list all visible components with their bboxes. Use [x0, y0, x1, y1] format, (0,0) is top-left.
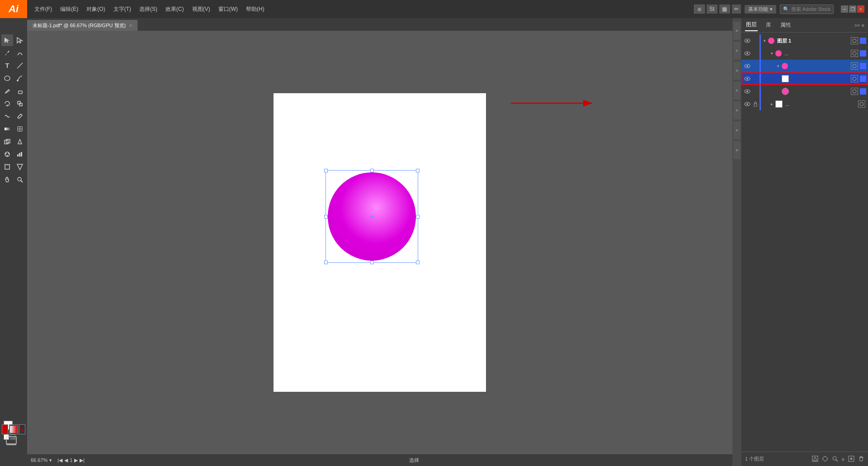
- panel-menu-button[interactable]: ≡: [842, 456, 844, 462]
- selection-tool[interactable]: [1, 34, 13, 46]
- document-tab[interactable]: 未标题-1.pdf* @ 66.67% (RGB/GPU 预览) ×: [27, 20, 138, 31]
- layer-row-group2[interactable]: ▸ ...: [741, 98, 868, 110]
- page-next[interactable]: ▶: [74, 457, 78, 463]
- new-layer-button[interactable]: [848, 456, 854, 463]
- paintbrush-tool[interactable]: [14, 72, 26, 84]
- make-release-button[interactable]: [812, 456, 818, 463]
- layer-target-5[interactable]: [851, 88, 858, 95]
- panel-toggle-1[interactable]: ≡: [733, 22, 741, 40]
- search-layer-button[interactable]: [832, 456, 838, 463]
- graph-tool[interactable]: [14, 148, 26, 160]
- layer-target-4[interactable]: [851, 75, 858, 82]
- tab-library[interactable]: 库: [765, 19, 772, 31]
- menu-text[interactable]: 文字(T): [110, 4, 135, 15]
- layer-target-1[interactable]: [851, 37, 858, 44]
- layer-visibility-2[interactable]: [743, 49, 751, 57]
- handle-tc[interactable]: [370, 169, 374, 172]
- panel-toggle-2[interactable]: ≡: [733, 42, 741, 60]
- menu-select[interactable]: 选择(S): [136, 4, 161, 15]
- layer-row-layer1[interactable]: ▾ 图层 1: [741, 34, 868, 47]
- handle-ml[interactable]: [324, 215, 328, 219]
- restore-button[interactable]: ❐: [849, 5, 856, 13]
- slice-tool[interactable]: [14, 161, 26, 173]
- menu-edit[interactable]: 编辑(E): [57, 4, 82, 15]
- menu-help[interactable]: 帮助(H): [242, 4, 268, 15]
- symbol-tool[interactable]: [1, 148, 13, 160]
- perspective-tool[interactable]: [14, 136, 26, 147]
- tab-close-button[interactable]: ×: [129, 23, 132, 28]
- close-button[interactable]: ×: [857, 5, 864, 13]
- layer-visibility-3[interactable]: [743, 62, 751, 70]
- layer-expand-2[interactable]: ▾: [769, 51, 774, 56]
- layer-row-group1[interactable]: ▾ ...: [741, 47, 868, 60]
- panel-expand-button[interactable]: >> ≡: [854, 23, 864, 28]
- layer-expand-3[interactable]: ▾: [775, 63, 781, 69]
- warp-tool[interactable]: [1, 110, 13, 122]
- layer-row-item3[interactable]: [741, 85, 868, 98]
- rotate-tool[interactable]: [1, 98, 13, 109]
- layer-visibility-6[interactable]: [743, 100, 751, 108]
- circle-object[interactable]: [328, 172, 416, 261]
- panel-toggle-5[interactable]: ≡: [733, 101, 741, 119]
- line-tool[interactable]: [14, 60, 26, 71]
- pen-tool[interactable]: [1, 47, 13, 59]
- scale-tool[interactable]: [14, 98, 26, 109]
- zoom-dropdown-icon[interactable]: ▾: [49, 457, 52, 463]
- color-mode-gradient[interactable]: [9, 424, 18, 434]
- search-bar[interactable]: 🔍 搜索 Adobe Stock: [780, 5, 834, 14]
- layer-row-item1[interactable]: ▾: [741, 60, 868, 72]
- page-prev-start[interactable]: |◀: [57, 457, 62, 463]
- page-next-end[interactable]: ▶|: [80, 457, 85, 463]
- minimize-button[interactable]: ─: [841, 5, 848, 13]
- brush-icon[interactable]: ✏: [732, 5, 741, 14]
- shape-builder-tool[interactable]: [1, 136, 13, 147]
- artboard-tool[interactable]: [1, 161, 13, 173]
- layer-visibility-5[interactable]: [743, 87, 751, 95]
- eraser-tool[interactable]: [14, 85, 26, 97]
- layer-visibility-1[interactable]: [743, 37, 751, 45]
- mesh-tool[interactable]: [14, 123, 26, 135]
- panel-toggle-7[interactable]: ≡: [733, 141, 741, 159]
- handle-bc[interactable]: [370, 261, 374, 264]
- handle-bl[interactable]: [324, 261, 328, 264]
- workspace-selector[interactable]: 基本功能 ▾: [745, 5, 776, 14]
- handle-br[interactable]: [416, 261, 420, 264]
- align-icon[interactable]: St: [707, 5, 717, 14]
- pencil-tool[interactable]: [1, 85, 13, 97]
- zoom-control[interactable]: 66.67% ▾: [31, 457, 52, 463]
- curvature-tool[interactable]: [14, 47, 26, 59]
- layer-row-item2[interactable]: [741, 72, 868, 85]
- grid-icon[interactable]: ▦: [719, 5, 730, 14]
- delete-layer-button[interactable]: [858, 456, 864, 463]
- panel-toggle-3[interactable]: ≡: [733, 62, 741, 80]
- menu-file[interactable]: 文件(F): [31, 4, 56, 15]
- handle-tl[interactable]: [324, 169, 328, 172]
- handle-mr[interactable]: [416, 215, 420, 219]
- page-prev[interactable]: ◀: [64, 457, 68, 463]
- menu-effect[interactable]: 效果(C): [162, 4, 188, 15]
- layer-target-3[interactable]: [851, 62, 858, 70]
- menu-object[interactable]: 对象(O): [83, 4, 108, 15]
- zoom-tool[interactable]: [14, 174, 26, 185]
- hand-tool[interactable]: [1, 174, 13, 185]
- menu-window[interactable]: 窗口(W): [215, 4, 241, 15]
- panel-toggle-6[interactable]: ≡: [733, 121, 741, 139]
- eyedropper-tool[interactable]: [14, 110, 26, 122]
- handle-tr[interactable]: [416, 169, 420, 172]
- layer-lock-6[interactable]: [752, 101, 759, 107]
- layer-expand-6[interactable]: ▸: [769, 101, 774, 107]
- page-number[interactable]: 1: [70, 457, 72, 463]
- color-mode-none[interactable]: [19, 424, 25, 434]
- direct-selection-tool[interactable]: [14, 34, 26, 46]
- tab-properties[interactable]: 属性: [779, 19, 792, 31]
- layer-target-2[interactable]: [851, 50, 858, 57]
- panel-toggle-4[interactable]: ≡: [733, 81, 741, 100]
- layer-visibility-4[interactable]: [743, 75, 751, 83]
- layer-target-6[interactable]: [858, 100, 865, 108]
- locate-button[interactable]: [822, 456, 828, 463]
- gradient-tool[interactable]: [1, 123, 13, 135]
- menu-view[interactable]: 视图(V): [189, 4, 214, 15]
- tab-layers[interactable]: 图层: [745, 19, 758, 31]
- type-tool[interactable]: T: [1, 60, 13, 71]
- color-mode-fill[interactable]: [2, 424, 8, 434]
